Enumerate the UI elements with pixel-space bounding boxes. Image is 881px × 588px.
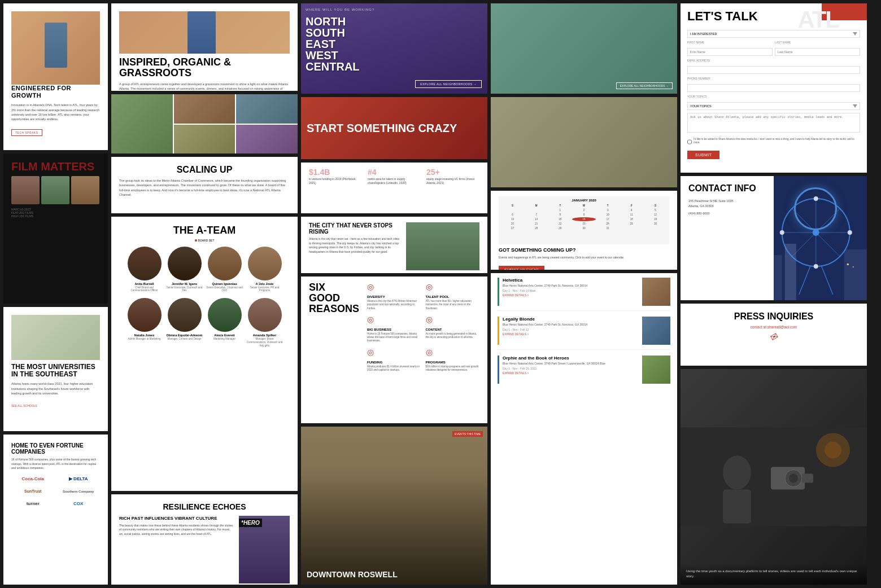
cal-d12: 11 [620,213,643,217]
logo-suntrust: SunTrust [11,486,55,497]
event-1: Helvetica Blue Heron National Arts Cente… [498,278,670,311]
card-universities: THE MOST UNIVERSITIES IN THE SOUTHEAST A… [3,307,108,431]
lets-talk-title: LET'S TALK [687,10,758,23]
resilience-body: The beauty that makes true these behind … [119,524,234,537]
reason-diversity: ◎ DIVERSITY Atlanta is the city that 47%… [367,282,421,310]
team-member-7: Alexis Everett Marketing Manager [206,298,243,347]
team-member-3: Quinon Igweniaa Senior Executive, Chairm… [206,247,243,292]
last-name-group: LAST NAME [775,41,860,56]
card-start-something: START SOMETHING CRAZY [301,97,487,159]
last-name-label: LAST NAME [775,41,860,44]
stats-row: $1.4B in venture funding in 2019 (Pitchb… [309,168,479,185]
photo-4 [174,125,235,154]
reason-business-title: BIG BUSINESS [367,328,421,331]
reason-programs-body: $19 million in startup programs and real… [426,365,480,372]
photo-2 [174,94,235,124]
svg-point-29 [825,442,841,459]
team-name-6: Obinna Equolai-Arkwom [166,334,203,337]
card-a-team: THE A-TEAM BOARD SET Anita Burnell Chief… [111,217,298,491]
scaling-body: The group took its ideas to the Metro At… [119,178,290,197]
cal-d18: 17 [596,217,620,221]
event-3-dates: Day 1 - Nov - Feb 15, 2021 [503,367,605,370]
event-1-details-link[interactable]: EXPAND DETAILS > [503,293,587,297]
email-input[interactable] [687,66,860,74]
team-title-3: Senior Executive, Chairman and CEO [206,286,243,293]
inspired-hero-image [119,11,290,54]
team-member-8: Amanda Spilker Manager, Brand Communicat… [246,298,283,347]
tech-speaks-link[interactable]: TECH SPEAKS [11,129,42,136]
resilience-content: RICH PAST INFLUENCES VIBRANT CULTURE The… [119,516,290,583]
event-3-venue: Blue Heron National Arts Center, 3749 Pa… [503,362,605,366]
last-name-input[interactable] [775,48,860,56]
team-title-8: Manager, Brand Communications, Outreach … [246,337,283,348]
event-1-venue: Blue Heron National Arts Center, 2749 Pa… [503,284,587,288]
phone-label: PHONE NUMBER [687,77,860,80]
submit-event-btn[interactable]: SUBMIT AN EVENT [499,266,544,270]
inspired-body: A group of ATL entrepreneurs came togeth… [119,82,290,91]
team-photo-6 [168,298,202,332]
explore-neighborhoods-btn[interactable]: EXPLORE ALL NEIGHBORHOODS → [415,80,482,88]
stat-label-1: in venture funding in 2019 (Pitchbook, 2… [309,177,362,185]
atl-watermark: ATL [797,8,839,32]
newsletter-checkbox[interactable] [687,138,692,146]
neighborhoods-title: NORTH SOUTH EAST WEST CENTRAL [306,16,360,72]
form-submit-btn[interactable]: SUBMIT [687,151,719,159]
event-3-color-bar [498,356,499,384]
contact-phone: (404) 880-9000 [688,211,766,216]
cal-day-s2: S [644,204,667,208]
team-member-5: Natalia Jones Admin Manager at Marketing [126,298,163,347]
event-3-details-link[interactable]: EXPAND DETAILS > [503,371,605,375]
cal-d14: 13 [501,217,524,221]
hero-badge: *HERO [239,519,262,527]
reason-funding-title: FUNDING [367,361,421,364]
video-bg [681,369,867,585]
downtown-title: DOWNTOWN ROSWELL [307,571,398,579]
stat-label-2: metro area for talent in supply chain/lo… [368,177,421,185]
team-title-1: Chief Brand and Communications Officer [126,286,163,293]
map-explore-btn[interactable]: EXPLORE ALL NEIGHBORHOODS → [616,82,673,89]
see-schools-link[interactable]: SEE ALL SCHOOLS [11,404,37,407]
reason-programs-title: PROGRAMS [426,361,480,364]
cal-d16: 15 [548,217,572,221]
stat-value-1: $1.4B [309,168,362,176]
card-resilience: RESILIENCE ECHOES RICH PAST INFLUENCES V… [111,494,298,585]
reason-talent: ◎ TALENT POOL ATL has more than 50+ high… [426,282,480,310]
got-something-body: Events and happenings in ATL are being c… [499,256,669,260]
card-video-production: Using the time youth as a documentary pl… [681,369,867,585]
start-something-title: START SOMETHING CRAZY [307,122,457,134]
reason-funding-body: Atlanta produces $1.4 billion invested n… [367,365,421,372]
topic-group: YOUR TOPICS YOUR TOPICS [687,95,860,110]
inspired-title: INSPIRED, ORGANIC & GRASSROOTS [119,57,290,78]
reason-content-body: As more growth is being generated in Atl… [426,332,480,340]
message-textarea[interactable] [687,113,860,133]
cal-d3: 2 [572,208,595,212]
logo-coca-cola: Coca-Cola [11,474,55,484]
stat-value-3: 25+ [426,168,479,176]
first-name-input[interactable] [687,48,773,56]
event-2-title: Legally Blonde [503,317,587,322]
event-2-details-link[interactable]: EXPAND DETAILS > [503,332,587,336]
event-1-thumb [642,278,670,306]
legend-item: BOARD SET [195,239,215,242]
team-name-5: Natalia Jones [126,334,163,337]
logo-turner: turner [11,499,55,509]
video-overlay: Using the time youth as a documentary pl… [681,563,867,585]
team-photo-1 [128,247,162,280]
team-photo-8 [248,298,282,332]
event-2-dates: Day 1 - Nov - Feb 12 [503,328,587,331]
cal-d20: 19 [644,217,667,221]
team-member-2: Jennifer M. Igans Senior Executive, Outr… [166,247,203,292]
phone-input[interactable] [687,84,860,92]
email-group: EMAIL ADDRESS [687,59,860,74]
topic-select[interactable]: YOUR TOPICS [687,102,860,110]
logo-delta: ▶ DELTA [57,474,101,484]
event-3: Orphie and the Book of Heroes Blue Heron… [498,356,670,388]
svg-rect-19 [847,264,848,265]
team-member-6: Obinna Equolai-Arkwom Manager, Content a… [166,298,203,347]
team-photo-4 [248,247,282,280]
press-email[interactable]: contact at shareatl@aol.com [688,325,859,329]
message-group [687,113,860,135]
contact-address: 155 Peachtree St NE Suite 1695 Atlanta, … [688,199,766,209]
card-companies: HOME TO EVEN FORTUNE COMPANIES 16 of For… [3,435,108,585]
event-1-info: Helvetica Blue Heron National Arts Cente… [503,278,587,306]
